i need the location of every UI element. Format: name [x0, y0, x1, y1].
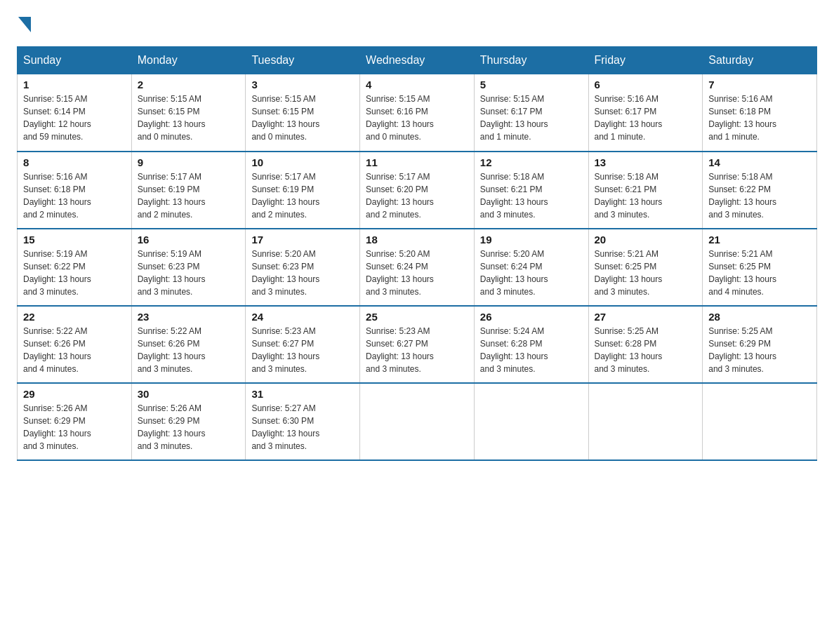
column-header-tuesday: Tuesday: [246, 47, 360, 74]
day-info: Sunrise: 5:23 AMSunset: 6:27 PMDaylight:…: [366, 325, 468, 375]
day-number: 17: [251, 234, 354, 246]
day-info: Sunrise: 5:17 AMSunset: 6:19 PMDaylight:…: [138, 170, 240, 221]
day-number: 10: [251, 156, 354, 168]
calendar-cell: [703, 383, 817, 460]
calendar-cell: 5Sunrise: 5:15 AMSunset: 6:17 PMDaylight…: [474, 74, 588, 152]
week-row-2: 8Sunrise: 5:16 AMSunset: 6:18 PMDaylight…: [18, 152, 817, 229]
calendar-header: SundayMondayTuesdayWednesdayThursdayFrid…: [18, 47, 817, 74]
column-header-sunday: Sunday: [18, 47, 132, 74]
day-info: Sunrise: 5:23 AMSunset: 6:27 PMDaylight:…: [251, 325, 354, 375]
column-header-friday: Friday: [588, 47, 703, 74]
calendar-cell: 6Sunrise: 5:16 AMSunset: 6:17 PMDaylight…: [588, 74, 703, 152]
day-info: Sunrise: 5:16 AMSunset: 6:18 PMDaylight:…: [708, 93, 811, 143]
day-number: 23: [138, 311, 240, 323]
day-info: Sunrise: 5:17 AMSunset: 6:19 PMDaylight:…: [251, 170, 354, 221]
day-number: 9: [138, 156, 240, 168]
calendar-cell: 21Sunrise: 5:21 AMSunset: 6:25 PMDayligh…: [703, 229, 817, 306]
day-number: 1: [23, 79, 126, 90]
day-info: Sunrise: 5:15 AMSunset: 6:15 PMDaylight:…: [138, 93, 240, 143]
day-info: Sunrise: 5:19 AMSunset: 6:22 PMDaylight:…: [23, 248, 126, 298]
calendar-cell: 29Sunrise: 5:26 AMSunset: 6:29 PMDayligh…: [18, 383, 132, 460]
calendar-cell: 18Sunrise: 5:20 AMSunset: 6:24 PMDayligh…: [360, 229, 475, 306]
day-info: Sunrise: 5:15 AMSunset: 6:14 PMDaylight:…: [23, 93, 126, 143]
day-info: Sunrise: 5:22 AMSunset: 6:26 PMDaylight:…: [138, 325, 240, 375]
logo: [17, 17, 32, 32]
day-number: 30: [138, 388, 240, 400]
calendar-cell: 19Sunrise: 5:20 AMSunset: 6:24 PMDayligh…: [474, 229, 588, 306]
calendar-cell: 24Sunrise: 5:23 AMSunset: 6:27 PMDayligh…: [246, 306, 360, 383]
calendar-cell: 8Sunrise: 5:16 AMSunset: 6:18 PMDaylight…: [18, 152, 132, 229]
day-info: Sunrise: 5:22 AMSunset: 6:26 PMDaylight:…: [23, 325, 126, 375]
day-info: Sunrise: 5:26 AMSunset: 6:29 PMDaylight:…: [138, 402, 240, 452]
calendar-cell: 12Sunrise: 5:18 AMSunset: 6:21 PMDayligh…: [474, 152, 588, 229]
day-number: 27: [595, 311, 697, 323]
calendar-cell: 11Sunrise: 5:17 AMSunset: 6:20 PMDayligh…: [360, 152, 475, 229]
day-number: 19: [480, 234, 583, 246]
day-number: 25: [366, 311, 468, 323]
calendar-cell: [474, 383, 588, 460]
day-number: 13: [595, 156, 697, 168]
day-info: Sunrise: 5:18 AMSunset: 6:22 PMDaylight:…: [708, 170, 811, 221]
day-info: Sunrise: 5:18 AMSunset: 6:21 PMDaylight:…: [595, 170, 697, 221]
day-number: 20: [595, 234, 697, 246]
day-info: Sunrise: 5:15 AMSunset: 6:16 PMDaylight:…: [366, 93, 468, 143]
column-header-wednesday: Wednesday: [360, 47, 475, 74]
calendar-cell: 26Sunrise: 5:24 AMSunset: 6:28 PMDayligh…: [474, 306, 588, 383]
day-info: Sunrise: 5:18 AMSunset: 6:21 PMDaylight:…: [480, 170, 583, 221]
week-row-4: 22Sunrise: 5:22 AMSunset: 6:26 PMDayligh…: [18, 306, 817, 383]
calendar-cell: 28Sunrise: 5:25 AMSunset: 6:29 PMDayligh…: [703, 306, 817, 383]
day-info: Sunrise: 5:20 AMSunset: 6:24 PMDaylight:…: [480, 248, 583, 298]
calendar-cell: [360, 383, 475, 460]
day-number: 24: [251, 311, 354, 323]
day-number: 14: [708, 156, 811, 168]
day-info: Sunrise: 5:17 AMSunset: 6:20 PMDaylight:…: [366, 170, 468, 221]
calendar-cell: 25Sunrise: 5:23 AMSunset: 6:27 PMDayligh…: [360, 306, 475, 383]
day-info: Sunrise: 5:16 AMSunset: 6:17 PMDaylight:…: [595, 93, 697, 143]
day-number: 12: [480, 156, 583, 168]
week-row-3: 15Sunrise: 5:19 AMSunset: 6:22 PMDayligh…: [18, 229, 817, 306]
calendar-cell: 20Sunrise: 5:21 AMSunset: 6:25 PMDayligh…: [588, 229, 703, 306]
day-number: 29: [23, 388, 126, 400]
day-number: 15: [23, 234, 126, 246]
calendar-cell: 23Sunrise: 5:22 AMSunset: 6:26 PMDayligh…: [131, 306, 246, 383]
day-number: 28: [708, 311, 811, 323]
week-row-5: 29Sunrise: 5:26 AMSunset: 6:29 PMDayligh…: [18, 383, 817, 460]
calendar-cell: 9Sunrise: 5:17 AMSunset: 6:19 PMDaylight…: [131, 152, 246, 229]
day-info: Sunrise: 5:25 AMSunset: 6:28 PMDaylight:…: [595, 325, 697, 375]
day-number: 4: [366, 79, 468, 90]
calendar-cell: 30Sunrise: 5:26 AMSunset: 6:29 PMDayligh…: [131, 383, 246, 460]
column-header-monday: Monday: [131, 47, 246, 74]
calendar-cell: 10Sunrise: 5:17 AMSunset: 6:19 PMDayligh…: [246, 152, 360, 229]
day-info: Sunrise: 5:26 AMSunset: 6:29 PMDaylight:…: [23, 402, 126, 452]
calendar-cell: 13Sunrise: 5:18 AMSunset: 6:21 PMDayligh…: [588, 152, 703, 229]
logo-triangle-icon: [18, 17, 31, 32]
calendar-cell: 16Sunrise: 5:19 AMSunset: 6:23 PMDayligh…: [131, 229, 246, 306]
day-info: Sunrise: 5:19 AMSunset: 6:23 PMDaylight:…: [138, 248, 240, 298]
day-number: 3: [251, 79, 354, 90]
day-info: Sunrise: 5:15 AMSunset: 6:17 PMDaylight:…: [480, 93, 583, 143]
day-info: Sunrise: 5:16 AMSunset: 6:18 PMDaylight:…: [23, 170, 126, 221]
week-row-1: 1Sunrise: 5:15 AMSunset: 6:14 PMDaylight…: [18, 74, 817, 152]
day-number: 8: [23, 156, 126, 168]
day-info: Sunrise: 5:27 AMSunset: 6:30 PMDaylight:…: [251, 402, 354, 452]
calendar-cell: 3Sunrise: 5:15 AMSunset: 6:15 PMDaylight…: [246, 74, 360, 152]
day-number: 18: [366, 234, 468, 246]
calendar-table: SundayMondayTuesdayWednesdayThursdayFrid…: [17, 46, 817, 461]
day-number: 7: [708, 79, 811, 90]
calendar-cell: 1Sunrise: 5:15 AMSunset: 6:14 PMDaylight…: [18, 74, 132, 152]
day-number: 31: [251, 388, 354, 400]
calendar-cell: 7Sunrise: 5:16 AMSunset: 6:18 PMDaylight…: [703, 74, 817, 152]
calendar-body: 1Sunrise: 5:15 AMSunset: 6:14 PMDaylight…: [18, 74, 817, 460]
day-info: Sunrise: 5:21 AMSunset: 6:25 PMDaylight:…: [595, 248, 697, 298]
day-number: 2: [138, 79, 240, 90]
day-info: Sunrise: 5:15 AMSunset: 6:15 PMDaylight:…: [251, 93, 354, 143]
page-header: [17, 17, 817, 32]
calendar-cell: 14Sunrise: 5:18 AMSunset: 6:22 PMDayligh…: [703, 152, 817, 229]
day-number: 22: [23, 311, 126, 323]
day-number: 5: [480, 79, 583, 90]
column-header-thursday: Thursday: [474, 47, 588, 74]
day-number: 11: [366, 156, 468, 168]
day-number: 16: [138, 234, 240, 246]
calendar-cell: 17Sunrise: 5:20 AMSunset: 6:23 PMDayligh…: [246, 229, 360, 306]
calendar-cell: [588, 383, 703, 460]
